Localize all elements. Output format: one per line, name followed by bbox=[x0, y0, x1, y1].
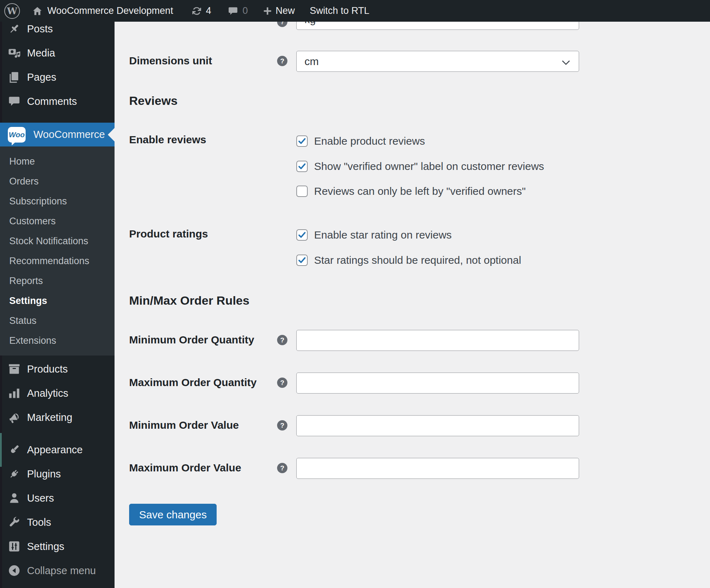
sidebar-item-label: Appearance bbox=[27, 444, 83, 456]
bar-chart-icon bbox=[8, 387, 21, 400]
checkbox[interactable] bbox=[296, 161, 308, 172]
updates-icon[interactable] bbox=[191, 5, 202, 17]
dimensions-unit-select[interactable]: cm bbox=[296, 51, 579, 72]
woocommerce-submenu: Home Orders Subscriptions Customers Stoc… bbox=[0, 146, 115, 356]
site-name[interactable]: WooCommerce Development bbox=[47, 5, 173, 16]
help-icon[interactable]: ? bbox=[277, 463, 287, 473]
wrench-icon bbox=[8, 516, 21, 529]
submenu-item-customers[interactable]: Customers bbox=[0, 211, 115, 231]
enable-product-reviews-checkbox-row[interactable]: Enable product reviews bbox=[296, 134, 425, 148]
sidebar-item-appearance[interactable]: Appearance bbox=[0, 438, 115, 462]
submenu-item-home[interactable]: Home bbox=[0, 151, 115, 171]
sidebar-item-label: Pages bbox=[27, 71, 56, 83]
sidebar-item-analytics[interactable]: Analytics bbox=[0, 381, 115, 405]
minimum-order-value-input[interactable] bbox=[296, 415, 579, 436]
pages-icon bbox=[8, 71, 21, 84]
product-ratings-label: Product ratings bbox=[129, 227, 208, 241]
collapse-menu-button[interactable]: Collapse menu bbox=[0, 558, 115, 583]
admin-sidebar: Posts Media Pages Comments bbox=[0, 0, 115, 588]
sidebar-item-label: WooCommerce bbox=[33, 129, 105, 140]
sliders-icon bbox=[8, 540, 21, 553]
switch-to-rtl-menu-item[interactable]: Switch to RTL bbox=[310, 5, 370, 16]
home-icon[interactable] bbox=[32, 6, 43, 16]
sidebar-item-marketing[interactable]: Marketing bbox=[0, 405, 115, 429]
comments-count[interactable]: 0 bbox=[243, 5, 248, 16]
checkbox-label[interactable]: Show "verified owner" label on customer … bbox=[314, 160, 544, 173]
sidebar-item-label: Posts bbox=[27, 23, 53, 35]
settings-content: ? kg Dimensions unit ? cm Reviews Enable… bbox=[115, 0, 710, 588]
user-icon bbox=[8, 492, 21, 504]
sidebar-item-woocommerce[interactable]: Woo WooCommerce bbox=[0, 123, 115, 146]
selected-option: cm bbox=[304, 55, 319, 68]
star-ratings-required-checkbox-row[interactable]: Star ratings should be required, not opt… bbox=[296, 253, 521, 267]
enable-star-rating-checkbox-row[interactable]: Enable star rating on reviews bbox=[296, 228, 452, 242]
collapse-arrow-icon bbox=[8, 564, 21, 577]
checkbox-label[interactable]: Enable star rating on reviews bbox=[314, 228, 452, 242]
checkbox[interactable] bbox=[296, 186, 308, 197]
sidebar-item-label: Plugins bbox=[27, 468, 61, 480]
help-icon[interactable]: ? bbox=[277, 335, 287, 345]
comments-bubble-icon[interactable] bbox=[228, 6, 238, 16]
plus-icon[interactable] bbox=[263, 6, 272, 16]
sidebar-item-label: Comments bbox=[27, 96, 77, 107]
admin-bar: W WooCommerce Development 4 0 New Switch… bbox=[0, 0, 710, 22]
help-icon[interactable]: ? bbox=[277, 420, 287, 431]
maximum-order-value-label: Maximum Order Value bbox=[129, 461, 241, 475]
maximum-order-quantity-label: Maximum Order Quantity bbox=[129, 376, 256, 389]
checkbox-label[interactable]: Enable product reviews bbox=[314, 134, 425, 148]
comment-icon bbox=[8, 95, 21, 108]
sidebar-item-label: Tools bbox=[27, 517, 51, 528]
submenu-item-reports[interactable]: Reports bbox=[0, 271, 115, 291]
maximum-order-quantity-input[interactable] bbox=[296, 373, 579, 394]
submenu-item-extensions[interactable]: Extensions bbox=[0, 331, 115, 351]
updates-count[interactable]: 4 bbox=[206, 5, 211, 16]
wordpress-admin-page: W WooCommerce Development 4 0 New Switch… bbox=[0, 0, 710, 588]
minmax-order-rules-heading: Min/Max Order Rules bbox=[129, 293, 249, 308]
checkbox-label[interactable]: Reviews can only be left by "verified ow… bbox=[314, 185, 526, 198]
reviews-heading: Reviews bbox=[129, 93, 178, 108]
media-icon bbox=[8, 47, 21, 59]
menu-separator bbox=[0, 429, 115, 438]
submenu-item-settings[interactable]: Settings bbox=[0, 291, 115, 311]
checkbox[interactable] bbox=[296, 135, 308, 147]
help-icon[interactable]: ? bbox=[277, 378, 287, 388]
verified-owner-label-checkbox-row[interactable]: Show "verified owner" label on customer … bbox=[296, 160, 544, 173]
megaphone-icon bbox=[8, 411, 21, 424]
paintbrush-icon bbox=[8, 443, 21, 456]
submenu-item-orders[interactable]: Orders bbox=[0, 171, 115, 191]
checkbox[interactable] bbox=[296, 255, 308, 266]
background-artifact bbox=[0, 433, 2, 467]
dimensions-unit-label: Dimensions unit bbox=[129, 54, 212, 68]
checkbox-label[interactable]: Star ratings should be required, not opt… bbox=[314, 253, 521, 267]
wordpress-logo-icon[interactable]: W bbox=[4, 3, 20, 19]
submenu-item-status[interactable]: Status bbox=[0, 311, 115, 331]
help-icon[interactable]: ? bbox=[277, 56, 287, 66]
verified-owners-only-checkbox-row[interactable]: Reviews can only be left by "verified ow… bbox=[296, 185, 526, 198]
products-box-icon bbox=[8, 363, 21, 375]
sidebar-item-media[interactable]: Media bbox=[0, 41, 115, 65]
collapse-menu-label: Collapse menu bbox=[27, 565, 96, 577]
submenu-item-subscriptions[interactable]: Subscriptions bbox=[0, 191, 115, 211]
sidebar-item-pages[interactable]: Pages bbox=[0, 65, 115, 89]
admin-menu: Posts Media Pages Comments bbox=[0, 0, 115, 583]
minimum-order-quantity-input[interactable] bbox=[296, 330, 579, 351]
current-menu-arrow bbox=[108, 128, 115, 141]
save-changes-button[interactable]: Save changes bbox=[129, 504, 217, 525]
chevron-down-icon bbox=[562, 55, 570, 68]
woocommerce-logo-icon: Woo bbox=[8, 127, 26, 143]
sidebar-item-comments[interactable]: Comments bbox=[0, 89, 115, 113]
new-menu-item[interactable]: New bbox=[276, 5, 295, 16]
plug-icon bbox=[8, 467, 21, 480]
sidebar-item-tools[interactable]: Tools bbox=[0, 510, 115, 534]
maximum-order-value-input[interactable] bbox=[296, 458, 579, 479]
sidebar-item-settings[interactable]: Settings bbox=[0, 534, 115, 558]
submenu-item-recommendations[interactable]: Recommendations bbox=[0, 251, 115, 271]
sidebar-item-users[interactable]: Users bbox=[0, 486, 115, 510]
submenu-item-stock-notifications[interactable]: Stock Notifications bbox=[0, 231, 115, 251]
sidebar-item-label: Analytics bbox=[27, 387, 68, 399]
checkbox[interactable] bbox=[296, 229, 308, 241]
sidebar-item-label: Settings bbox=[27, 541, 64, 552]
sidebar-item-plugins[interactable]: Plugins bbox=[0, 462, 115, 486]
minimum-order-value-label: Minimum Order Value bbox=[129, 418, 239, 432]
sidebar-item-products[interactable]: Products bbox=[0, 357, 115, 381]
